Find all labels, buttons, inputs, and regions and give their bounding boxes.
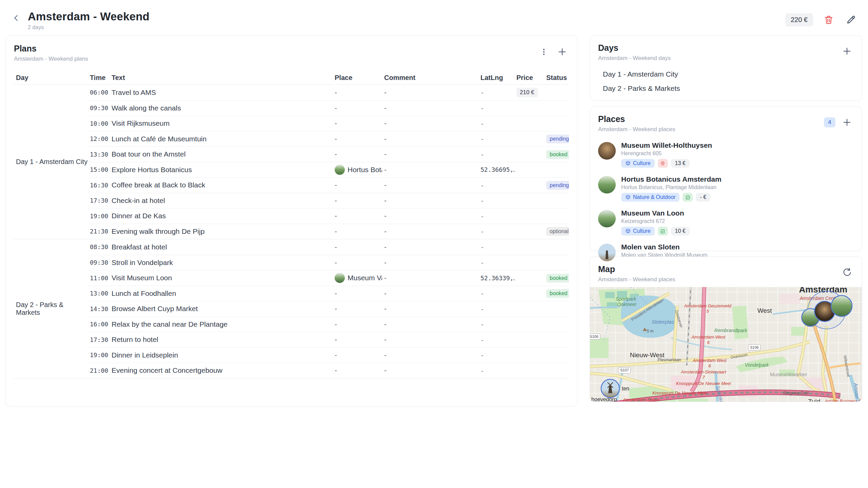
place-name: Hortus Bota… (348, 166, 382, 174)
plan-latlng: - (478, 197, 514, 204)
plan-row[interactable]: 06:00 Travel to AMS - - - 210 € (88, 85, 569, 100)
plan-place: - (333, 289, 382, 298)
add-place-button[interactable] (840, 116, 854, 129)
plan-row[interactable]: 11:00 Visit Museum Loon Museum Va… - 52.… (88, 270, 569, 286)
places-card: Places Amsterdam - Weekend places 4 Muse… (590, 106, 862, 251)
plan-time: 09:30 (88, 259, 110, 266)
plan-latlng: - (478, 212, 514, 220)
plan-place: - (333, 351, 382, 359)
plan-row[interactable]: 19:00 Dinner in Leidseplein - - - (88, 347, 569, 363)
plan-row[interactable]: 17:30 Check-in at hotel - - - (88, 193, 569, 208)
plans-table-header: Day Time Text Place Comment LatLng Price… (14, 71, 569, 85)
map-title: Map (598, 264, 675, 274)
map-viewport[interactable]: S106 S106 S107 Amsterdam Amsterdam Centr… (590, 287, 862, 402)
map-label: Amstel Business Park (825, 399, 862, 402)
plan-row[interactable]: 12:00 Lunch at Café de Museumtuin - - - … (88, 131, 569, 147)
plan-text: Relax by the canal near De Plantage (110, 320, 333, 328)
plan-time: 19:00 (88, 212, 110, 220)
day-list-item[interactable]: Day 2 - Parks & Markets (598, 81, 854, 96)
col-comment: Comment (382, 74, 478, 82)
plan-row[interactable]: 16:00 Relax by the canal near De Plantag… (88, 317, 569, 332)
category-label: Culture (633, 228, 651, 234)
plan-comment: - (382, 243, 478, 251)
plan-row[interactable]: 09:30 Stroll in Vondelpark - - - (88, 255, 569, 270)
day-group-label: Day 2 - Parks & Markets (14, 239, 88, 378)
plan-time: 19:00 (88, 351, 110, 359)
plan-row[interactable]: 09:30 Walk along the canals - - - (88, 100, 569, 116)
map-refresh-button[interactable] (840, 266, 854, 279)
plan-time: 16:00 (88, 321, 110, 328)
plans-menu-button[interactable] (537, 45, 551, 59)
road-shield: S106 (590, 334, 600, 340)
plan-row[interactable]: 19:00 Dinner at De Kas - - - (88, 208, 569, 224)
plan-price-badge: 210 € (516, 88, 538, 97)
plan-text: Lunch at Café de Museumtuin (110, 135, 333, 143)
plan-row[interactable]: 21:00 Evening concert at Concertgebouw -… (88, 363, 569, 378)
cube-icon (625, 161, 631, 166)
map-image: S106 S106 S107 Amsterdam Amsterdam Centr… (590, 287, 862, 402)
plan-row[interactable]: 15:00 Explore Hortus Botanicus Hortus Bo… (88, 162, 569, 178)
map-label: West (757, 307, 772, 314)
status-badge: optional (546, 227, 569, 236)
plan-latlng: - (478, 259, 514, 266)
day-list-item[interactable]: Day 1 - Amsterdam City (598, 67, 854, 81)
place-list-item[interactable]: Hortus Botanicus Amsterdam Hortus Botani… (598, 171, 854, 205)
plan-row[interactable]: 21:30 Evening walk through De Pijp - - -… (88, 224, 569, 239)
map-label: Amsterdam Geuzenveld (684, 303, 732, 308)
day-group-1: Day 1 - Amsterdam City 06:00 Travel to A… (14, 85, 569, 239)
back-button[interactable] (10, 12, 22, 24)
plan-row[interactable]: 08:30 Breakfast at hotel - - - (88, 239, 569, 255)
place-photo (598, 142, 616, 160)
status-badge: booked (546, 274, 569, 283)
map-marker-molen-van-sloten[interactable] (601, 379, 619, 398)
chevron-left-icon (13, 14, 20, 22)
plan-time: 06:00 (88, 89, 110, 96)
plan-place: - (333, 104, 382, 112)
plan-latlng: - (478, 228, 514, 235)
road-shield: S107 (618, 367, 631, 373)
add-day-button[interactable] (840, 44, 854, 58)
app-header: Amsterdam - Weekend 2 days 220 € (0, 0, 868, 35)
plan-latlng: - (478, 321, 514, 328)
plan-place: - (333, 227, 382, 236)
trash-icon (824, 15, 834, 25)
map-label: Plesmanlaan (658, 358, 681, 362)
plan-row[interactable]: 13:00 Lunch at Foodhallen - - - booked (88, 286, 569, 301)
plan-row[interactable]: 10:00 Visit Rijksmuseum - - - (88, 116, 569, 131)
plan-comment: - (382, 150, 478, 158)
check-icon-badge (658, 227, 668, 236)
map-label: 5 (707, 309, 709, 314)
delete-trip-button[interactable] (822, 13, 835, 26)
map-label: Amsterdam-West (691, 334, 726, 340)
plan-text: Visit Museum Loon (110, 274, 333, 282)
edit-trip-button[interactable] (844, 13, 858, 26)
plan-comment: - (382, 104, 478, 112)
map-label: 6 (707, 340, 710, 345)
plan-text: Check-in at hotel (110, 197, 333, 205)
plan-place: Hortus Bota… (333, 165, 382, 175)
map-label: 5 m (647, 329, 654, 333)
plan-row[interactable]: 13:30 Boat tour on the Amstel - - - book… (88, 146, 569, 162)
plan-row[interactable]: 14:30 Browse Albert Cuyp Market - - - (88, 301, 569, 317)
status-badge: pending (546, 135, 569, 143)
plans-title: Plans (14, 44, 88, 54)
plan-place: - (333, 259, 382, 267)
place-list-item[interactable]: Museum Van Loon Keizersgracht 672 Cultur… (598, 205, 854, 239)
place-photo (598, 176, 616, 194)
svg-text:S106: S106 (750, 345, 759, 349)
kebab-menu-icon (540, 48, 548, 56)
location-pin-icon (658, 159, 668, 168)
plan-latlng: - (478, 182, 514, 189)
plan-time: 10:00 (88, 120, 110, 127)
place-list-item[interactable]: Museum Willet-Holthuysen Herengracht 605… (598, 138, 854, 171)
plus-icon (557, 47, 567, 57)
plan-comment: - (382, 274, 478, 282)
map-marker-hortus-botanicus[interactable] (831, 296, 852, 317)
plan-time: 14:30 (88, 305, 110, 312)
plan-row[interactable]: 16:30 Coffee break at Back to Black - - … (88, 177, 569, 193)
add-plan-button[interactable] (555, 45, 569, 59)
col-place: Place (333, 74, 382, 82)
plan-row[interactable]: 17:30 Return to hotel - - - (88, 332, 569, 347)
plan-text: Coffee break at Back to Black (110, 181, 333, 189)
cube-icon (625, 195, 631, 200)
